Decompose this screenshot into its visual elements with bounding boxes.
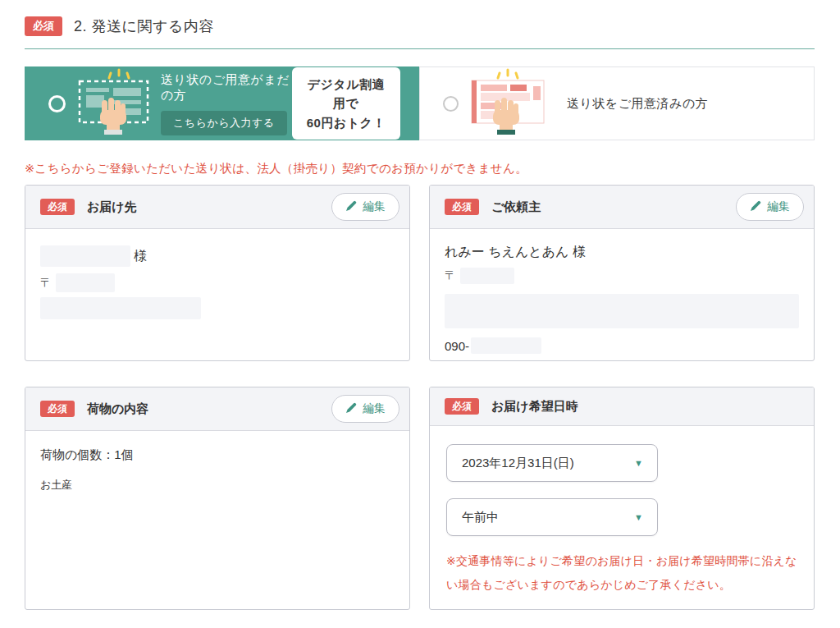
- postal-mark: 〒: [445, 268, 456, 283]
- option-waybill-ready[interactable]: 送り状をご用意済みの方: [419, 66, 815, 140]
- sender-card-title: ご依頼主: [491, 199, 541, 215]
- option-ready-label: 送り状をご用意済みの方: [567, 96, 708, 112]
- delivery-card-title: お届け希望日時: [491, 399, 578, 415]
- waybill-filled-illustration-icon: [467, 67, 546, 138]
- sender-address-line: [445, 294, 799, 328]
- recipient-edit-button[interactable]: 編集: [331, 193, 399, 221]
- redacted-recipient-name: [40, 245, 130, 267]
- redacted-recipient-address: [40, 297, 201, 319]
- required-badge: 必須: [40, 199, 75, 215]
- delivery-card-body: 2023年12月31日(日) ▼ 午前中 ▼ ※交通事情等によりご希望のお届け日…: [430, 426, 814, 610]
- section-divider: [25, 48, 815, 49]
- package-edit-button[interactable]: 編集: [331, 395, 399, 423]
- enter-waybill-button[interactable]: こちらから入力する: [161, 111, 287, 135]
- required-badge: 必須: [25, 16, 62, 36]
- recipient-honorific: 様: [134, 248, 147, 265]
- delivery-card-header: 必須 お届け希望日時: [430, 387, 814, 426]
- digital-discount-promo: デジタル割適用で 60円おトク！: [292, 67, 400, 140]
- recipient-name-line: 様: [40, 245, 395, 267]
- sender-card-header: 必須 ご依頼主 編集: [430, 186, 814, 229]
- required-badge: 必須: [445, 398, 479, 415]
- recipient-card-header: 必須 お届け先 編集: [25, 186, 409, 229]
- pencil-icon: [345, 402, 357, 416]
- pencil-icon: [345, 200, 357, 214]
- recipient-card-body: 様 〒: [25, 229, 409, 336]
- section-header: 必須 2. 発送に関する内容: [25, 16, 815, 36]
- package-card-header: 必須 荷物の内容 編集: [25, 387, 409, 431]
- package-item: お土産: [40, 478, 395, 493]
- radio-waybill-not-ready[interactable]: [48, 95, 66, 112]
- sender-name: れみー ちえんとあん 様: [445, 244, 799, 261]
- waybill-option-banner: 送り状のご用意がまだの方 こちらから入力する デジタル割適用で 60円おトク！: [25, 66, 815, 140]
- caret-down-icon: ▼: [634, 513, 643, 522]
- option-not-ready-text: 送り状のご用意がまだの方 こちらから入力する: [161, 72, 292, 135]
- delivery-date-select[interactable]: 2023年12月31日(日) ▼: [446, 444, 658, 482]
- sender-card: 必須 ご依頼主 編集 れみー ちえんとあん 様 〒: [429, 185, 815, 361]
- recipient-card: 必須 お届け先 編集 様 〒: [25, 185, 410, 361]
- sender-postal-line: 〒: [445, 268, 799, 284]
- recipient-card-title: お届け先: [87, 199, 137, 215]
- redacted-recipient-postal: [56, 273, 115, 292]
- redacted-sender-address: [445, 294, 799, 328]
- option-waybill-not-ready[interactable]: 送り状のご用意がまだの方 こちらから入力する デジタル割適用で 60円おトク！: [25, 66, 419, 140]
- pencil-icon: [750, 200, 761, 214]
- delivery-time-select[interactable]: 午前中 ▼: [446, 498, 658, 536]
- delivery-caution-note: ※交通事情等によりご希望のお届け日・お届け希望時間帯に沿えない場合もございますの…: [446, 549, 797, 596]
- waybill-blank-illustration-icon: [74, 67, 153, 138]
- recipient-address-line: [40, 297, 395, 319]
- required-badge: 必須: [40, 401, 75, 417]
- recipient-edit-label: 編集: [363, 199, 386, 214]
- promo-line2: 60円おトク！: [307, 116, 386, 130]
- package-card-body: 荷物の個数：1個 お土産: [25, 431, 409, 509]
- delivery-datetime-card: 必須 お届け希望日時 2023年12月31日(日) ▼ 午前中 ▼ ※交通事情等…: [429, 387, 815, 610]
- package-card: 必須 荷物の内容 編集 荷物の個数：1個 お土産: [25, 387, 410, 610]
- required-badge: 必須: [445, 199, 479, 215]
- section-title: 2. 発送に関する内容: [74, 16, 214, 36]
- radio-waybill-ready[interactable]: [443, 96, 459, 112]
- redacted-sender-postal: [460, 268, 514, 284]
- postal-mark: 〒: [40, 276, 52, 291]
- sender-phone-line: 090-: [445, 337, 799, 354]
- corporate-contract-notice: ※こちらからご登録いただいた送り状は、法人（掛売り）契約でのお預かりができません…: [25, 161, 815, 176]
- caret-down-icon: ▼: [634, 459, 643, 468]
- redacted-sender-phone: [471, 337, 541, 354]
- sender-edit-label: 編集: [767, 199, 790, 214]
- promo-line1: デジタル割適用で: [308, 77, 385, 110]
- package-edit-label: 編集: [363, 401, 386, 416]
- delivery-date-value: 2023年12月31日(日): [462, 456, 574, 471]
- sender-edit-button[interactable]: 編集: [736, 193, 804, 221]
- package-count: 荷物の個数：1個: [40, 447, 395, 463]
- option-not-ready-label: 送り状のご用意がまだの方: [161, 72, 290, 102]
- shipping-form-section: 必須 2. 発送に関する内容: [0, 0, 840, 610]
- recipient-postal-line: 〒: [40, 273, 395, 292]
- sender-card-body: れみー ちえんとあん 様 〒 090-: [430, 229, 814, 361]
- delivery-time-value: 午前中: [462, 510, 499, 525]
- sender-phone-prefix: 090-: [445, 339, 469, 353]
- form-cards-grid: 必須 お届け先 編集 様 〒: [25, 185, 815, 610]
- package-card-title: 荷物の内容: [87, 401, 148, 417]
